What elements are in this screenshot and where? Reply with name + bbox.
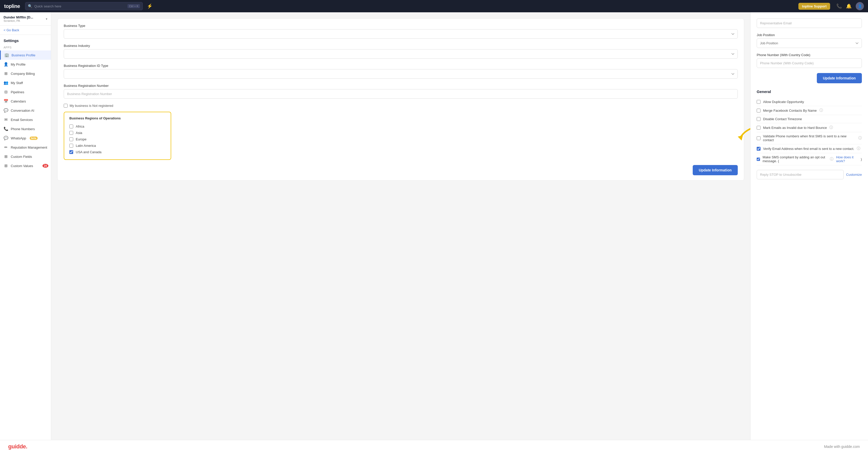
mark-emails-info-icon[interactable]: ⓘ [829, 125, 833, 130]
mark-emails-checkbox[interactable] [757, 126, 761, 130]
sidebar-item-my-staff[interactable]: 👥 My Staff [0, 78, 51, 87]
notification-icon[interactable]: 🔔 [846, 3, 851, 9]
merge-facebook-item: Merge Facebook Contacts By Name ⓘ [757, 106, 862, 115]
merge-facebook-label: Merge Facebook Contacts By Name [763, 109, 817, 112]
latin-america-label: Latin America [76, 144, 96, 148]
sidebar-item-company-billing[interactable]: ⊞ Company Billing [0, 69, 51, 78]
business-reg-id-label: Business Registration ID Type [64, 64, 738, 68]
bottom-bar: guidde. Made with guidde.com [0, 440, 868, 453]
phone-num-icon: 📞 [4, 126, 8, 131]
disable-timezone-item: Disable Contact Timezone [757, 115, 862, 123]
left-update-button[interactable]: Update Information [693, 165, 738, 175]
sidebar-item-label: Custom Fields [11, 155, 32, 159]
sms-compliant-checkbox[interactable] [757, 157, 760, 161]
sidebar-item-label: Email Services [11, 118, 33, 122]
sidebar-sub-title: Apps [0, 44, 51, 51]
disable-timezone-label: Disable Contact Timezone [763, 117, 802, 121]
sidebar-item-my-profile[interactable]: 👤 My Profile [0, 60, 51, 69]
sidebar-item-business-profile[interactable]: 🏢 Business Profile [0, 51, 51, 60]
job-position-select[interactable]: Job Position [757, 38, 862, 48]
sidebar-item-whatsapp[interactable]: 💬 WhatsApp beta [0, 134, 51, 143]
rep-email-input[interactable] [757, 19, 862, 28]
phone-icon[interactable]: 📞 [836, 3, 842, 9]
not-registered-checkbox[interactable] [64, 104, 67, 108]
europe-checkbox[interactable] [69, 137, 73, 141]
allow-duplicate-item: Allow Duplicate Opportunity [757, 98, 862, 106]
right-update-button[interactable]: Update Information [817, 73, 862, 83]
region-latin-america: Latin America [69, 142, 165, 149]
search-bar[interactable]: 🔍 Quick search here Ctrl + K [25, 2, 143, 10]
business-regions-box: Business Regions of Operations Africa As… [64, 112, 171, 160]
go-back-link[interactable]: < Go Back [0, 26, 51, 35]
verify-email-label: Verify Email Address when first email is… [763, 147, 854, 151]
email-icon: ✉ [4, 117, 8, 122]
validate-phone-checkbox[interactable] [757, 136, 761, 140]
asia-checkbox[interactable] [69, 131, 73, 135]
sidebar-item-label: Calendars [11, 100, 26, 103]
verify-email-item: Verify Email Address when first email is… [757, 144, 862, 153]
search-shortcut: Ctrl + K [127, 4, 140, 8]
sidebar-item-calendars[interactable]: 📅 Calendars [0, 96, 51, 106]
support-button[interactable]: topline Support [798, 3, 830, 10]
sidebar-item-pipelines[interactable]: ⊟ Pipelines [0, 87, 51, 96]
usa-canada-checkbox[interactable] [69, 150, 73, 154]
merge-facebook-checkbox[interactable] [757, 109, 761, 112]
verify-email-checkbox[interactable] [757, 147, 761, 151]
sidebar-item-reputation-management[interactable]: ✏ Reputation Management [0, 143, 51, 152]
phone-input[interactable] [757, 58, 862, 68]
latin-america-checkbox[interactable] [69, 144, 73, 148]
business-type-select[interactable] [64, 29, 738, 39]
sidebar-item-phone-numbers[interactable]: 📞 Phone Numbers [0, 124, 51, 134]
africa-checkbox[interactable] [69, 124, 73, 129]
business-reg-id-group: Business Registration ID Type [64, 64, 738, 79]
closing-paren: ) [861, 157, 862, 161]
customize-link[interactable]: Customize [846, 173, 862, 176]
sidebar-item-label: Conversation AI [11, 109, 34, 112]
business-reg-number-group: Business Registration Number [64, 84, 738, 98]
business-reg-number-input[interactable] [64, 89, 738, 98]
verify-email-info-icon[interactable]: ⓘ [857, 146, 860, 151]
sidebar-item-label: Business Profile [11, 53, 35, 57]
left-panel: Business Type Business Industry Business… [51, 12, 750, 440]
business-industry-select[interactable] [64, 49, 738, 59]
rep-email-group [757, 19, 862, 28]
content-area: Business Type Business Industry Business… [51, 12, 868, 440]
custom-values-icon: ⊞ [4, 164, 8, 168]
region-asia: Asia [69, 130, 165, 136]
calendar-icon: 📅 [4, 99, 8, 104]
lightning-icon[interactable]: ⚡ [147, 3, 153, 9]
region-africa: Africa [69, 123, 165, 130]
business-reg-id-select[interactable] [64, 69, 738, 79]
allow-duplicate-checkbox[interactable] [757, 100, 761, 104]
general-title: General [757, 89, 862, 94]
validate-phone-label: Validate Phone numbers when first SMS is… [763, 134, 856, 142]
search-icon: 🔍 [28, 4, 32, 8]
disable-timezone-checkbox[interactable] [757, 117, 761, 121]
africa-label: Africa [76, 124, 84, 129]
validate-phone-info-icon[interactable]: ⓘ [858, 136, 862, 140]
business-industry-group: Business Industry [64, 44, 738, 59]
job-position-label: Job Position [757, 33, 862, 37]
regions-title: Business Regions of Operations [69, 116, 165, 120]
briefcase-icon: 🏢 [4, 53, 9, 57]
sidebar-item-email-services[interactable]: ✉ Email Services [0, 115, 51, 124]
sms-info-icon[interactable]: ⓘ [830, 157, 833, 162]
general-section: General Allow Duplicate Opportunity Merg… [757, 89, 862, 181]
beta-badge: beta [30, 137, 38, 140]
svg-marker-0 [738, 135, 743, 140]
workspace-name: Dunder Mifflin [D... [4, 16, 33, 19]
reply-stop-input[interactable] [757, 170, 844, 179]
sidebar-item-custom-fields[interactable]: ⊞ Custom Fields [0, 152, 51, 161]
pipelines-icon: ⊟ [4, 90, 8, 94]
not-registered-checkbox-label[interactable]: My business is Not registered [64, 104, 738, 108]
validate-phone-item: Validate Phone numbers when first SMS is… [757, 132, 862, 144]
how-does-it-work-link[interactable]: How does it work? [836, 155, 858, 163]
user-avatar[interactable]: 👤 [856, 2, 864, 10]
merge-facebook-info-icon[interactable]: ⓘ [819, 108, 823, 113]
region-usa-canada: USA and Canada [69, 149, 165, 155]
workspace-selector[interactable]: Dunder Mifflin [D... Scranton, PA ▾ [0, 12, 51, 26]
not-registered-label: My business is Not registered [70, 104, 113, 108]
region-europe: Europe [69, 136, 165, 142]
sidebar-item-conversation-ai[interactable]: 💬 Conversation AI [0, 106, 51, 115]
sidebar-item-custom-values[interactable]: ⊞ Custom Values 24 [0, 161, 51, 170]
